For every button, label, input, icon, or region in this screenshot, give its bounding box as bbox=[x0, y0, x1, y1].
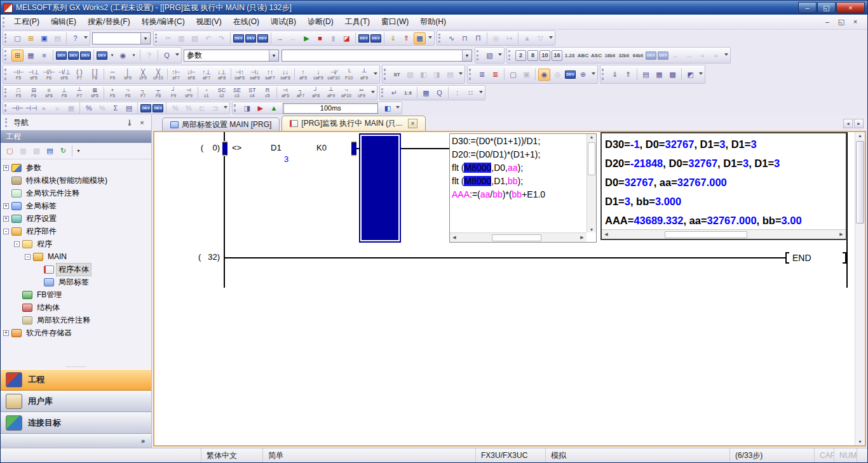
display-16bit-icon[interactable]: 16bit bbox=[604, 50, 616, 62]
comment-download-icon[interactable]: ⇓ bbox=[387, 32, 399, 44]
display-real-icon[interactable]: 1.23 bbox=[564, 50, 576, 62]
open-contact-button[interactable]: ⊣⊢ F5 bbox=[11, 65, 26, 83]
line-corner2-button[interactable]: ┘ F9 bbox=[166, 86, 181, 100]
scrollbar-thumb[interactable] bbox=[856, 141, 864, 224]
fbd-delete-button[interactable]: ⊠ sF5 bbox=[88, 86, 102, 100]
fbd-corner-button[interactable]: ┐ aF7 bbox=[294, 86, 308, 100]
align-vertical-icon[interactable]: : bbox=[451, 87, 463, 99]
separator[interactable] bbox=[487, 32, 487, 44]
separator[interactable] bbox=[448, 87, 449, 98]
display-ascii-string-icon[interactable]: ASC bbox=[590, 50, 602, 62]
scan-time-field[interactable]: 100ms bbox=[283, 103, 378, 114]
menu-tools[interactable]: 工具(T) bbox=[339, 15, 376, 29]
separator[interactable] bbox=[53, 50, 53, 61]
rising-pulse-button[interactable]: ↑⊢ sF7 bbox=[169, 65, 184, 83]
tree-item-pou[interactable]: - 程序部件 bbox=[1, 225, 151, 238]
battery-status-icon[interactable]: ◧ bbox=[381, 102, 393, 114]
watch-window-icon[interactable]: ◉ bbox=[117, 50, 129, 62]
display-decimal-icon[interactable]: 10 bbox=[539, 50, 550, 61]
edit-mode-icon[interactable]: ◎ bbox=[552, 69, 564, 81]
dropdown-arrow-icon[interactable]: ▾ bbox=[130, 50, 137, 62]
rising-pulse-close-branch-button[interactable]: ↑↑ saF7 bbox=[263, 65, 278, 83]
tree-expander-icon[interactable]: + bbox=[3, 165, 9, 171]
scrollbar-thumb[interactable] bbox=[665, 231, 747, 238]
intelligent-monitor-icon[interactable]: % bbox=[182, 102, 194, 114]
chevron-down-icon[interactable]: ▼ bbox=[140, 33, 150, 44]
binoculars-find-icon[interactable]: Q bbox=[161, 50, 173, 62]
document-find-next-icon[interactable]: ▣ bbox=[520, 69, 532, 81]
buffer-monitor-icon[interactable]: % bbox=[169, 102, 181, 114]
project-tree-toggle-icon[interactable]: ⊞ bbox=[11, 50, 24, 62]
separator[interactable] bbox=[93, 50, 94, 61]
note-edit-icon[interactable]: ◨ bbox=[431, 69, 443, 81]
cut-icon[interactable]: ✂ bbox=[162, 32, 174, 44]
tree-expander-icon[interactable]: - bbox=[3, 229, 9, 234]
separator[interactable] bbox=[355, 32, 356, 44]
st-vertical-scrollbar[interactable]: ▲ ▼ bbox=[587, 134, 596, 232]
minimize-button[interactable]: – bbox=[798, 2, 817, 13]
menu-edit[interactable]: 编辑(E) bbox=[45, 15, 82, 29]
scroll-right-icon[interactable]: ▶ bbox=[578, 235, 587, 240]
close-button[interactable]: × bbox=[836, 2, 865, 13]
transfer-setup-icon[interactable]: → bbox=[274, 32, 286, 44]
data-name-combobox[interactable]: ▼ bbox=[281, 50, 472, 62]
separator[interactable] bbox=[103, 65, 105, 83]
st-block-input-bar[interactable] bbox=[351, 141, 356, 156]
pulse-execution-icon[interactable]: Π bbox=[472, 32, 484, 44]
scroll-down-icon[interactable]: ▼ bbox=[587, 227, 596, 232]
st-monitor-window[interactable]: D30=-1, D0=32767, D1=3, D1=3D20=-21848, … bbox=[600, 132, 847, 240]
rising-pulse-branch-button[interactable]: ↑⊥ aF7 bbox=[200, 65, 214, 83]
list-collapse-icon[interactable]: ≣ bbox=[476, 69, 488, 81]
simulation-error-icon[interactable]: ▲ bbox=[268, 102, 280, 114]
tree-expander-icon[interactable] bbox=[3, 178, 9, 184]
label-monitor-stop-icon[interactable]: ▽ bbox=[534, 32, 546, 44]
menu-debug[interactable]: 调试(B) bbox=[265, 15, 302, 29]
insert-row-below-icon[interactable]: ⇓ bbox=[609, 69, 621, 81]
device-monitor-start-icon[interactable]: DEV bbox=[370, 34, 381, 43]
title-bar[interactable]: MELSOFT系列 GX Works2 (工程未设置) - [[PRG]监视 执… bbox=[1, 1, 867, 15]
separator[interactable] bbox=[166, 65, 168, 83]
device-last-icon[interactable]: » bbox=[710, 50, 722, 62]
scroll-left-icon[interactable]: ◀ bbox=[602, 232, 611, 237]
r-element-button[interactable]: R c5 bbox=[261, 86, 275, 100]
separator[interactable] bbox=[230, 65, 232, 83]
tree-expander-icon[interactable]: + bbox=[3, 203, 9, 209]
sc-element-button[interactable]: SC c2 bbox=[215, 86, 229, 100]
statement-icon[interactable]: ▤ bbox=[444, 69, 456, 81]
tree-expander-icon[interactable]: + bbox=[3, 330, 9, 336]
local-device-icon[interactable]: ⊏ bbox=[196, 102, 208, 114]
step-option-icon[interactable]: ▦ bbox=[65, 102, 77, 114]
device-previous-icon[interactable]: ← bbox=[670, 50, 682, 62]
step-run-icon[interactable]: ▸ bbox=[38, 102, 50, 114]
falling-pulse-branch-button[interactable]: ↓⊥ aF8 bbox=[215, 65, 229, 83]
module-configuration-icon[interactable]: ▦ bbox=[25, 50, 37, 62]
inline-st-block[interactable] bbox=[359, 133, 401, 243]
monitor-start-icon[interactable]: ▶ bbox=[301, 32, 313, 44]
separator[interactable] bbox=[166, 102, 166, 114]
separator[interactable] bbox=[681, 69, 682, 80]
separator[interactable] bbox=[197, 86, 199, 100]
comparison-contact-bar[interactable] bbox=[222, 141, 227, 156]
st-element-button[interactable]: ST c4 bbox=[245, 86, 260, 100]
watch-register-icon[interactable]: DEV bbox=[140, 104, 151, 112]
device-comment-edit-icon[interactable]: ▧ bbox=[404, 69, 416, 81]
nav-more-button[interactable]: » bbox=[1, 434, 151, 448]
program-list-icon[interactable]: ⊐ bbox=[209, 102, 221, 114]
line-tee-button[interactable]: ┬ F8 bbox=[151, 86, 166, 100]
separator[interactable] bbox=[137, 102, 138, 114]
device-monitor-clock-icon[interactable]: DEV bbox=[358, 34, 369, 43]
vertical-line-button[interactable]: │ sF9 bbox=[121, 65, 135, 83]
mdi-close-button[interactable]: × bbox=[851, 18, 860, 26]
comment-box-button[interactable]: ▫ c1 bbox=[200, 86, 214, 100]
display-64bit-icon[interactable]: 64bit bbox=[632, 50, 644, 62]
separator[interactable] bbox=[79, 102, 80, 114]
scrollbar-thumb[interactable] bbox=[588, 142, 595, 175]
totalize-icon[interactable]: Σ bbox=[109, 102, 121, 114]
device-comment-icon[interactable]: DEV bbox=[56, 51, 67, 60]
panel-close-icon[interactable]: × bbox=[137, 117, 147, 128]
copy-data-icon[interactable]: ▥ bbox=[17, 145, 29, 157]
rising-pulse-close-button[interactable]: ⊣↑ saF5 bbox=[233, 65, 247, 83]
fbd-contact-button[interactable]: ⊣ aF5 bbox=[278, 86, 293, 100]
device-batch-monitor-icon[interactable]: ◪ bbox=[341, 32, 353, 44]
undo-icon[interactable]: ↶ bbox=[202, 32, 214, 44]
